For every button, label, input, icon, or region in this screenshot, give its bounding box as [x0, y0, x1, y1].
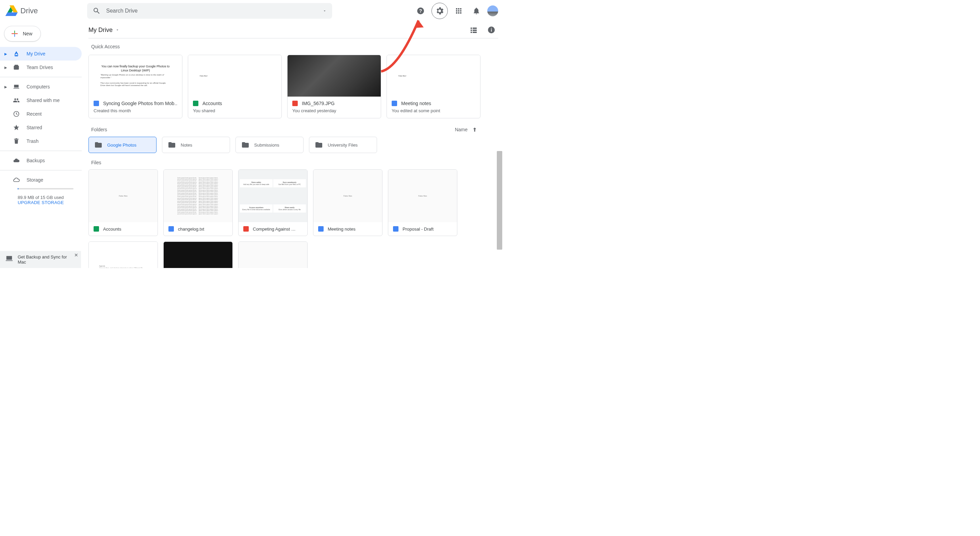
folder-icon [315, 141, 323, 149]
file-title: Competing Against … [253, 227, 296, 232]
file-card[interactable] [238, 241, 308, 268]
list-icon [469, 26, 478, 34]
clock-icon [13, 111, 21, 117]
search-icon [92, 7, 101, 15]
breadcrumb-label: My Drive [89, 27, 113, 34]
file-card[interactable]: Fake filesMeeting notes [313, 170, 382, 236]
sidebar-item-computers[interactable]: ▶ Computers [0, 80, 82, 94]
settings-button[interactable] [431, 3, 448, 19]
chevron-right-icon: ▶ [4, 66, 8, 70]
team-drive-icon [13, 64, 21, 71]
help-button[interactable] [414, 4, 427, 18]
quick-access-title: Quick Access [91, 44, 498, 49]
docs-icon [392, 101, 397, 106]
sidebar-item-label: My Drive [27, 51, 45, 57]
svg-rect-6 [14, 65, 18, 66]
folder-item[interactable]: Submissions [235, 137, 304, 153]
sort-button[interactable]: Name [455, 127, 498, 133]
drive-logo-icon [5, 5, 18, 17]
folder-item[interactable]: University Files [309, 137, 377, 153]
chevron-right-icon: ▶ [4, 52, 8, 56]
star-icon [13, 124, 21, 131]
file-card[interactable]: Store safelyAdd any file you want to kee… [238, 170, 308, 236]
details-button[interactable] [485, 23, 498, 37]
sidebar-item-team-drives[interactable]: ▶ Team Drives [0, 60, 82, 74]
new-button[interactable]: New [4, 26, 41, 41]
cloud-outline-icon [13, 176, 21, 183]
dropdown-icon[interactable] [323, 9, 327, 13]
storage-used: 89.9 MB of 15 GB used [0, 192, 82, 200]
file-card[interactable]: Fake filesAccounts [89, 170, 158, 236]
pdf-icon [243, 226, 249, 232]
notifications-button[interactable] [469, 4, 483, 18]
card-title: Syncing Google Photos from Mob… [103, 101, 177, 106]
sidebar-item-shared[interactable]: Shared with me [0, 94, 82, 107]
app-name: Drive [21, 6, 38, 15]
card-subtitle: You created yesterday [292, 108, 376, 113]
sidebar-item-label: Trash [27, 138, 38, 144]
sidebar-item-my-drive[interactable]: ▶ My Drive [0, 47, 82, 60]
img-icon [292, 101, 298, 106]
breadcrumb[interactable]: My Drive [89, 27, 119, 34]
svg-rect-5 [14, 66, 19, 70]
file-card[interactable]: lorem ipsum lorem ipsum lorem ipsum lore… [163, 170, 233, 236]
sort-label: Name [455, 127, 468, 132]
plus-icon [11, 30, 19, 38]
files-title: Files [91, 160, 498, 165]
upgrade-storage-link[interactable]: UPGRADE STORAGE [0, 200, 82, 205]
folder-icon [241, 141, 250, 149]
quick-access-card[interactable]: IMG_5679.JPGYou created yesterday [287, 55, 381, 118]
folder-label: University Files [328, 143, 358, 147]
info-icon [487, 26, 495, 34]
dropdown-icon [115, 28, 119, 32]
app-logo[interactable]: Drive [5, 5, 87, 17]
close-icon[interactable]: ✕ [74, 252, 78, 258]
docs-icon [318, 226, 324, 232]
docs-icon [169, 226, 174, 232]
promo-banner: Get Backup and Sync for Mac ✕ [0, 251, 81, 268]
sidebar-item-trash[interactable]: Trash [0, 134, 82, 148]
sidebar-item-starred[interactable]: Starred [0, 121, 82, 134]
chevron-right-icon: ▶ [4, 85, 8, 89]
account-avatar[interactable] [487, 5, 498, 16]
card-title: Meeting notes [401, 101, 431, 106]
drive-icon [13, 50, 21, 57]
apps-button[interactable] [452, 4, 466, 18]
storage-progress [18, 188, 73, 189]
arrow-up-icon [472, 127, 478, 133]
card-title: Accounts [202, 101, 222, 106]
promo-text: Get Backup and Sync for Mac [18, 254, 72, 265]
sidebar-item-label: Team Drives [27, 65, 53, 70]
sidebar-item-label: Storage [27, 177, 43, 182]
card-subtitle: You shared [193, 108, 277, 113]
help-icon [417, 7, 425, 15]
search-bar[interactable] [87, 3, 332, 19]
quick-access-card[interactable]: Fake files!AccountsYou shared [188, 55, 282, 118]
sidebar-item-label: Starred [27, 125, 42, 130]
file-card[interactable]: AgendaAccount then, and desktop elements… [89, 241, 158, 268]
folder-label: Submissions [254, 143, 279, 147]
apps-icon [455, 7, 463, 15]
file-title: changelog.txt [178, 227, 204, 232]
list-view-button[interactable] [467, 23, 480, 37]
file-title: Proposal - Draft [402, 227, 434, 232]
file-card[interactable] [163, 241, 233, 268]
quick-access-card[interactable]: You can now finally backup your Google P… [89, 55, 182, 118]
file-card[interactable]: Fake filesProposal - Draft [388, 170, 457, 236]
search-input[interactable] [106, 8, 317, 14]
sidebar-item-backups[interactable]: Backups [0, 154, 82, 167]
scrollbar[interactable] [497, 151, 502, 250]
folder-item[interactable]: Notes [162, 137, 230, 153]
sidebar-item-storage[interactable]: Storage [0, 173, 82, 187]
card-subtitle: You edited at some point [392, 108, 476, 113]
file-title: Meeting notes [328, 227, 356, 232]
docs-icon [94, 101, 99, 106]
sidebar-item-recent[interactable]: Recent [0, 107, 82, 121]
sidebar: New ▶ My Drive ▶ Team Drives ▶ Computers… [0, 22, 82, 268]
folder-icon [94, 141, 102, 149]
main-content: My Drive Quick Access You can now finall… [82, 22, 504, 268]
sheets-icon [94, 226, 99, 232]
folder-item[interactable]: Google Photos [89, 137, 156, 153]
trash-icon [13, 138, 21, 144]
quick-access-card[interactable]: Fake files!Meeting notesYou edited at so… [387, 55, 480, 118]
